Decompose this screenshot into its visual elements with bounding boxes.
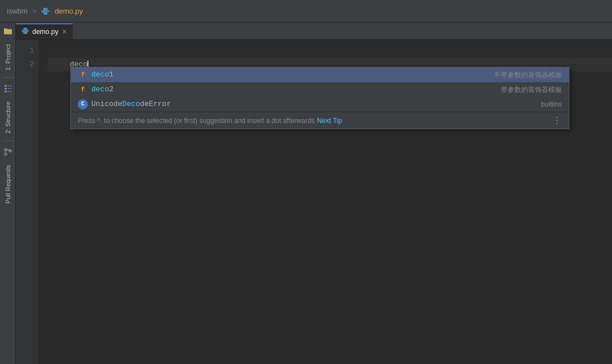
svg-rect-7: [8, 91, 11, 92]
ac-desc-3: builtins: [541, 98, 562, 111]
ac-item-deco2[interactable]: f deco2 带参数的装饰器模板: [71, 82, 569, 97]
tab-label: demo.py: [32, 28, 58, 36]
title-bar: iswbm > demo.py: [0, 0, 612, 23]
code-area[interactable]: deco f deco1 不带参数的装饰器模板: [39, 40, 612, 364]
svg-rect-6: [8, 88, 11, 89]
ac-icon-function-1: f: [78, 70, 88, 80]
ac-suffix-unicode: deError: [140, 100, 171, 108]
ac-match-unicode: Deco: [123, 100, 140, 108]
ac-suffix-2: 2: [109, 85, 113, 94]
ac-icon-class: C: [78, 99, 88, 109]
svg-point-12: [24, 28, 24, 29]
left-sidebar: 1: Project 2: Structure Pull Reques: [0, 23, 16, 364]
sidebar-item-project[interactable]: 1: Project: [5, 40, 11, 75]
sidebar-divider-1: [2, 77, 14, 78]
ac-item-unicode[interactable]: C UnicodeDecodeError builtins: [71, 97, 569, 112]
code-line-1: [48, 44, 612, 58]
ac-name-unicode: UnicodeDecodeError: [91, 98, 541, 111]
ac-suffix-1: 1: [109, 70, 113, 79]
editor-content: 1 2 deco f: [16, 40, 612, 364]
ac-match-deco1: deco: [91, 70, 109, 79]
project-name: iswbm: [7, 7, 28, 15]
content-area: demo.py ✕ 1 2 deco: [16, 23, 612, 364]
line-number-1: 1: [16, 44, 34, 58]
ac-item-deco1[interactable]: f deco1 不带参数的装饰器模板: [71, 67, 569, 82]
svg-rect-4: [5, 91, 7, 92]
ac-prefix-unicode: Unicode: [91, 100, 123, 108]
tip-text: Press ^. to choose the selected (or firs…: [78, 114, 315, 128]
tab-demo-py[interactable]: demo.py ✕: [16, 23, 73, 39]
ac-name-deco1: deco1: [91, 68, 494, 82]
tab-python-icon: [22, 27, 29, 36]
next-tip-button[interactable]: Next Tip: [317, 114, 342, 128]
folder-icon[interactable]: [2, 25, 14, 37]
ac-match-deco2: deco: [91, 85, 109, 94]
main-layout: 1: Project 2: Structure Pull Reques: [0, 23, 612, 364]
structure-icon[interactable]: [2, 82, 14, 95]
code-indent: [48, 58, 70, 71]
title-filename: demo.py: [54, 7, 83, 15]
tip-bar: Press ^. to choose the selected (or firs…: [71, 112, 569, 129]
pull-requests-icon[interactable]: [2, 146, 14, 158]
python-file-icon: [41, 7, 50, 16]
ac-icon-function-2: f: [78, 84, 88, 95]
autocomplete-dropdown: f deco1 不带参数的装饰器模板 f deco2: [70, 67, 569, 129]
svg-point-13: [26, 33, 26, 33]
ac-name-deco2: deco2: [91, 83, 501, 96]
svg-rect-2: [5, 85, 7, 87]
sidebar-item-structure[interactable]: 2: Structure: [5, 97, 11, 138]
svg-rect-5: [8, 86, 11, 86]
tab-bar: demo.py ✕: [16, 23, 612, 40]
ac-desc-1: 不带参数的装饰器模板: [494, 68, 562, 82]
svg-rect-3: [5, 88, 7, 90]
breadcrumb-separator: >: [32, 7, 37, 15]
ac-desc-2: 带参数的装饰器模板: [501, 83, 562, 96]
more-options-button[interactable]: ⋮: [552, 114, 562, 128]
line-numbers: 1 2: [16, 40, 39, 364]
sidebar-item-pull-requests[interactable]: Pull Requests: [5, 160, 11, 208]
editor-area[interactable]: 1 2 deco f: [16, 40, 612, 364]
line-number-2: 2: [16, 58, 34, 71]
svg-point-0: [44, 9, 45, 10]
tab-close-button[interactable]: ✕: [62, 29, 67, 35]
svg-point-1: [46, 13, 47, 14]
svg-point-9: [5, 153, 7, 155]
sidebar-divider-2: [2, 141, 14, 141]
